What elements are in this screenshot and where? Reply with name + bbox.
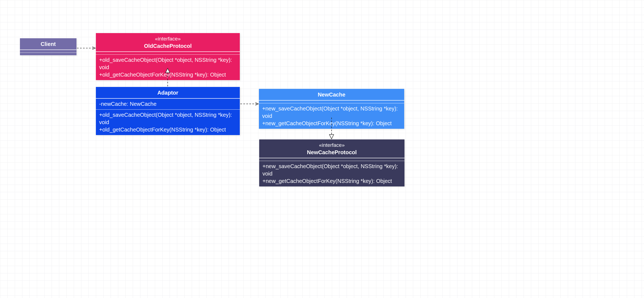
uml-class-client[interactable]: Client <box>20 38 76 55</box>
uml-class-newcacheprotocol[interactable]: «interface» NewCacheProtocol +new_saveCa… <box>259 139 404 186</box>
class-attributes: -newCache: NewCache <box>96 98 240 109</box>
class-method: +old_saveCacheObject(Object *object, NSS… <box>99 56 237 71</box>
class-methods: +new_saveCacheObject(Object *object, NSS… <box>259 103 404 129</box>
class-name: NewCacheProtocol <box>307 149 357 155</box>
uml-class-newcache[interactable]: NewCache +new_saveCacheObject(Object *ob… <box>259 89 404 129</box>
class-empty-section <box>20 50 76 52</box>
class-methods: +new_saveCacheObject(Object *object, NSS… <box>259 161 404 186</box>
class-title: «interface» OldCacheProtocol <box>96 33 240 52</box>
class-title: Client <box>20 38 76 50</box>
class-method: +new_saveCacheObject(Object *object, NSS… <box>262 163 401 177</box>
class-empty-section <box>96 52 240 54</box>
class-name: Client <box>41 41 56 47</box>
class-methods: +old_saveCacheObject(Object *object, NSS… <box>96 109 240 135</box>
class-method: +old_getCacheObjectForKey(NSString *key)… <box>99 71 237 78</box>
class-stereotype: «interface» <box>262 142 401 149</box>
class-title: NewCache <box>259 89 404 100</box>
class-title: Adaptor <box>96 87 240 98</box>
class-name: Adaptor <box>157 90 178 96</box>
class-title: «interface» NewCacheProtocol <box>259 139 404 158</box>
class-method: +old_getCacheObjectForKey(NSString *key)… <box>99 126 237 133</box>
class-methods: +old_saveCacheObject(Object *object, NSS… <box>96 54 240 80</box>
uml-class-oldcacheprotocol[interactable]: «interface» OldCacheProtocol +old_saveCa… <box>96 33 240 80</box>
class-method: +new_getCacheObjectForKey(NSString *key)… <box>262 120 401 127</box>
class-empty-section <box>259 100 404 103</box>
class-empty-section <box>259 158 404 161</box>
class-method: +old_saveCacheObject(Object *object, NSS… <box>99 111 237 126</box>
class-name: OldCacheProtocol <box>144 43 191 49</box>
class-stereotype: «interface» <box>99 35 237 42</box>
class-method: +new_saveCacheObject(Object *object, NSS… <box>262 105 401 120</box>
class-method: +new_getCacheObjectForKey(NSString *key)… <box>262 177 401 185</box>
class-attribute: -newCache: NewCache <box>99 100 237 108</box>
class-name: NewCache <box>318 92 345 98</box>
class-empty-section <box>20 52 76 55</box>
uml-class-adaptor[interactable]: Adaptor -newCache: NewCache +old_saveCac… <box>96 87 240 135</box>
